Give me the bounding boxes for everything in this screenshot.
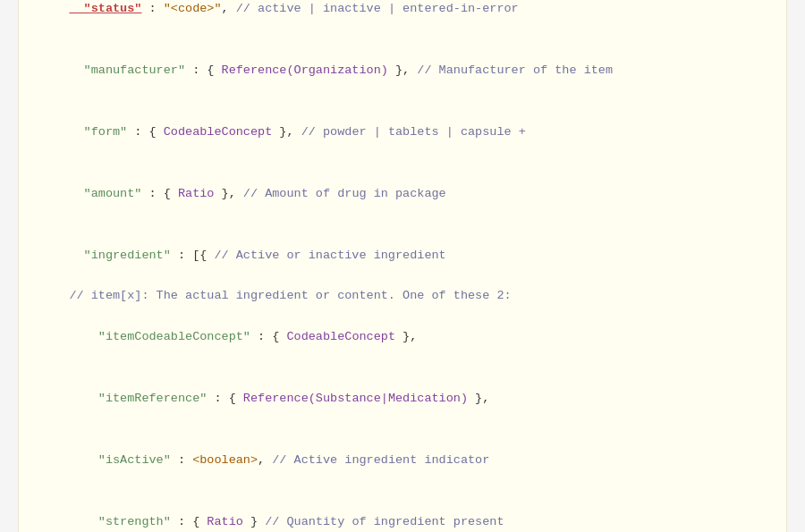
code-block: { "resourceType" : "Medication", // from… xyxy=(18,0,787,532)
line-form: "form" : { CodeableConcept }, // powder … xyxy=(40,102,765,164)
line-ingredient-open: "ingredient" : [{ // Active or inactive … xyxy=(40,225,765,287)
line-strength: "strength" : { Ratio } // Quantity of in… xyxy=(40,492,765,532)
line-amount: "amount" : { Ratio }, // Amount of drug … xyxy=(40,164,765,225)
line-itemCodeable: "itemCodeableConcept" : { CodeableConcep… xyxy=(40,307,765,368)
line-status: "status" : "<code>", // active | inactiv… xyxy=(40,0,765,40)
line-item-comment: // item[x]: The actual ingredient or con… xyxy=(40,286,765,307)
line-itemReference: "itemReference" : { Reference(Substance|… xyxy=(40,368,765,430)
line-manufacturer: "manufacturer" : { Reference(Organizatio… xyxy=(40,40,765,102)
line-isActive: "isActive" : <boolean>, // Active ingred… xyxy=(40,430,765,492)
